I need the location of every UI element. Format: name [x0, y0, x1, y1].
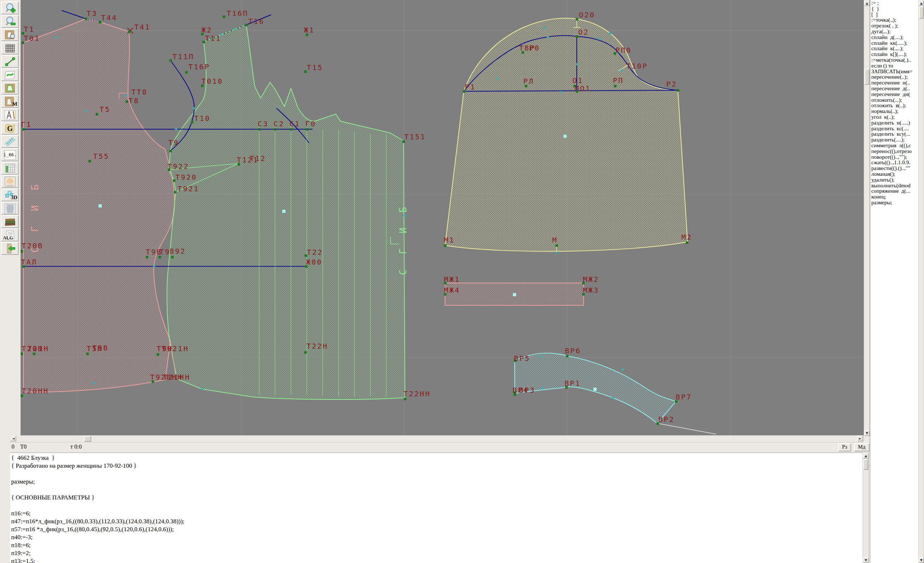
point-label[interactable]: Т55 — [93, 152, 110, 160]
code-line[interactable]: { 4662 Блузка } — [11, 454, 862, 462]
point-label[interactable]: Т922 — [168, 162, 189, 171]
code-line[interactable]: п19:=2; — [11, 549, 862, 557]
code-line[interactable] — [11, 502, 862, 510]
point-marker[interactable] — [290, 128, 292, 131]
function-item[interactable]: :=метка(точка(.).. — [870, 57, 918, 63]
point-label[interactable]: Ж2 — [201, 25, 212, 34]
spec-list-button[interactable] — [1, 202, 19, 215]
point-label[interactable]: С2 — [274, 120, 284, 128]
point-label[interactable]: Т16Р — [188, 63, 210, 71]
notch-marker[interactable] — [547, 36, 549, 39]
code-line[interactable]: п40:=-3; — [11, 533, 862, 541]
function-item[interactable]: сплайн к(.,..); — [870, 46, 918, 52]
piece-outline-button[interactable] — [1, 82, 19, 94]
point-marker[interactable] — [686, 241, 688, 244]
point-label[interactable]: М1 — [444, 236, 455, 244]
point-label[interactable]: Т22 — [307, 248, 323, 257]
point-marker[interactable] — [614, 85, 616, 87]
scroll-down-icon[interactable]: ▼ — [864, 430, 870, 436]
function-item[interactable]: выполнить(dmod — [870, 183, 918, 189]
point-label[interactable]: ПО1 — [574, 84, 591, 93]
notch-marker[interactable] — [621, 368, 624, 371]
segment-button[interactable] — [1, 55, 19, 68]
point-label[interactable]: Т9 — [159, 247, 170, 256]
point-marker[interactable] — [169, 150, 172, 152]
editor-vscrollbar[interactable]: ▲ ▼ — [862, 452, 869, 563]
point-label[interactable]: Т15 — [307, 63, 323, 72]
point-marker[interactable] — [185, 71, 188, 73]
point-label[interactable]: ВР3 — [519, 386, 535, 394]
function-item[interactable]: отрезок( , ); — [870, 23, 918, 29]
point-label[interactable]: Т3 — [87, 9, 98, 18]
notch-marker[interactable] — [612, 397, 614, 399]
code-line[interactable]: размеры; — [11, 478, 862, 486]
exit-button[interactable] — [1, 242, 19, 255]
3d-view-button[interactable]: 3D — [1, 189, 19, 201]
point-marker[interactable] — [274, 128, 276, 131]
point-label[interactable]: Т10 — [194, 114, 210, 123]
statusbar-button-мд[interactable]: Мд — [854, 443, 870, 451]
books-button[interactable] — [1, 215, 19, 228]
notch-marker[interactable] — [539, 355, 542, 358]
function-item[interactable]: пересечение д(.. — [870, 86, 918, 92]
function-item[interactable]: разделить(....); — [870, 137, 918, 143]
point-label[interactable]: МЖ4 — [444, 286, 460, 295]
function-item[interactable]: отложить в(..); — [870, 103, 918, 109]
point-marker[interactable] — [191, 121, 194, 123]
notch-marker[interactable] — [153, 265, 155, 267]
notch-marker[interactable] — [56, 36, 58, 39]
point-marker[interactable] — [159, 256, 161, 258]
notch-marker[interactable] — [201, 388, 203, 390]
point-marker[interactable] — [128, 31, 130, 33]
function-item[interactable]: симметрия л((),с — [870, 143, 918, 149]
point-marker[interactable] — [677, 89, 679, 92]
point-label[interactable]: МЖ2 — [583, 275, 599, 284]
notch-marker[interactable] — [576, 63, 578, 65]
point-marker[interactable] — [576, 35, 578, 38]
point-label[interactable]: С3 — [258, 120, 268, 128]
function-item[interactable]: дуга(,..); — [870, 29, 918, 34]
function-item[interactable]: конец; — [870, 194, 918, 200]
notch-marker[interactable] — [193, 107, 195, 109]
point-marker[interactable] — [566, 355, 568, 357]
algorithm-editor[interactable]: { 4662 Блузка }{ Разработано на размер ж… — [10, 452, 862, 563]
function-item[interactable]: := ; — [870, 0, 918, 6]
point-marker[interactable] — [404, 398, 406, 400]
point-label[interactable]: ВР2 — [658, 415, 675, 424]
notch-marker[interactable] — [560, 91, 562, 93]
point-marker[interactable] — [96, 113, 98, 115]
point-label[interactable]: Т5 — [100, 105, 111, 114]
function-item[interactable]: сжать(()..,1.1.0.9. — [870, 160, 918, 166]
point-label[interactable]: Т921 — [178, 184, 199, 193]
point-marker[interactable] — [33, 353, 35, 355]
panel-vscrollbar[interactable]: ▲ ▼ — [918, 0, 924, 563]
point-marker[interactable] — [88, 160, 91, 162]
point-marker[interactable] — [555, 244, 558, 247]
scroll-up-icon[interactable]: ▲ — [863, 453, 869, 459]
point-marker[interactable] — [306, 128, 308, 131]
point-marker[interactable] — [444, 244, 447, 247]
point-label[interactable]: О2 — [578, 28, 589, 36]
piece-center-marker[interactable] — [282, 210, 285, 213]
code-line[interactable]: п18:=6; — [11, 541, 862, 549]
function-item[interactable]: пересечение н(.. — [870, 80, 918, 86]
code-line[interactable]: { Разработано на размер женщины 170-92-1… — [11, 462, 862, 470]
code-line[interactable] — [11, 470, 862, 478]
function-item[interactable]: { } — [870, 6, 918, 12]
point-label[interactable]: Т44 — [101, 13, 117, 22]
point-label[interactable]: Т41 — [134, 23, 150, 31]
view-piece-button[interactable] — [1, 28, 19, 41]
scroll-down-icon[interactable]: ▼ — [863, 557, 869, 563]
scroll-left-icon[interactable]: ◄ — [10, 436, 16, 442]
scroll-up-icon[interactable]: ▲ — [864, 0, 870, 6]
function-item[interactable]: ломаная(); — [870, 171, 918, 177]
point-label[interactable]: РП0 — [615, 46, 632, 54]
point-label[interactable]: ВР5 — [514, 354, 530, 363]
code-line[interactable]: п57:=п16 *л_фнк(рз_16,((80,0.45),(92,0.5… — [11, 526, 862, 533]
point-marker[interactable] — [157, 353, 159, 356]
point-marker[interactable] — [258, 128, 261, 131]
function-item[interactable]: ЗАПИСАТЬ(имя= — [870, 69, 918, 75]
notch-marker[interactable] — [93, 382, 95, 384]
point-label[interactable]: Т8 — [129, 96, 140, 105]
scroll-down-icon[interactable]: ▼ — [919, 557, 924, 563]
